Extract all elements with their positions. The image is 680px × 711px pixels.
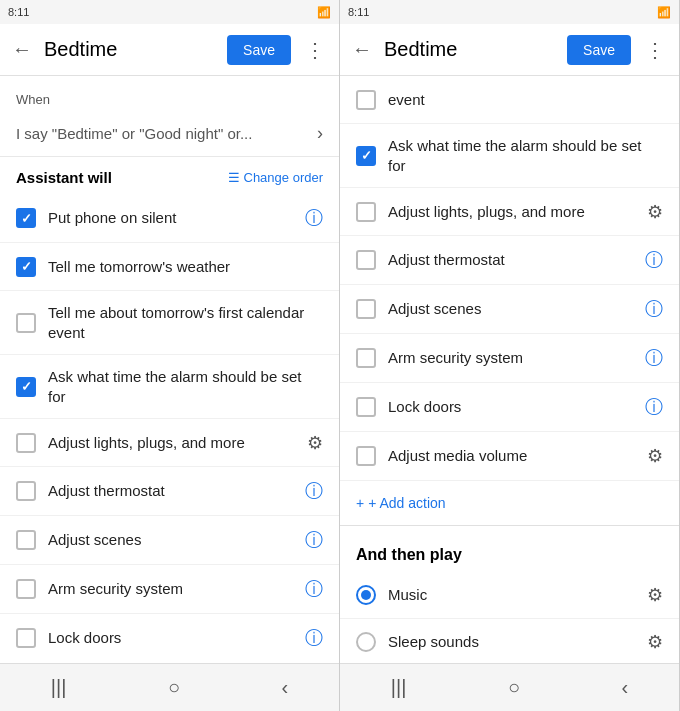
- left-screen: 8:11 📶 ← Bedtime Save ⋮ When I say "Bedt…: [0, 0, 340, 711]
- checkbox-arm-security-right[interactable]: [356, 348, 376, 368]
- item-event-right: event: [340, 76, 679, 124]
- label-tell-weather: Tell me tomorrow's weather: [48, 257, 323, 277]
- gear-icon-adjust-lights-right[interactable]: ⚙: [647, 201, 663, 223]
- plus-icon: +: [356, 495, 364, 511]
- back-button-left[interactable]: ←: [8, 34, 36, 65]
- checkbox-lock-doors[interactable]: [16, 628, 36, 648]
- content-right: event Ask what time the alarm should be …: [340, 76, 679, 663]
- info-icon-adjust-thermostat-right[interactable]: ⓘ: [645, 248, 663, 272]
- radio-button-music[interactable]: [356, 585, 376, 605]
- radio-sleep-sounds: Sleep sounds ⚙: [340, 619, 679, 663]
- save-button-left[interactable]: Save: [227, 35, 291, 65]
- item-adjust-media-right: Adjust media volume ⚙: [340, 432, 679, 480]
- label-adjust-scenes-right: Adjust scenes: [388, 299, 633, 319]
- checkbox-put-phone-silent[interactable]: [16, 208, 36, 228]
- right-screen: 8:11 📶 ← Bedtime Save ⋮ event Ask what t…: [340, 0, 680, 711]
- status-bar-right: 8:11 📶: [340, 0, 679, 24]
- trigger-row[interactable]: I say "Bedtime" or "Good night" or... ›: [0, 111, 339, 157]
- add-action-button[interactable]: + + Add action: [340, 480, 679, 525]
- trigger-chevron-icon: ›: [317, 123, 323, 144]
- label-put-phone-silent: Put phone on silent: [48, 208, 293, 228]
- info-icon-arm-security-right[interactable]: ⓘ: [645, 346, 663, 370]
- nav-apps-icon-right[interactable]: |||: [375, 668, 423, 707]
- radio-music: Music ⚙: [340, 572, 679, 619]
- label-alarm-time: Ask what time the alarm should be set fo…: [48, 367, 323, 406]
- when-label: When: [0, 76, 339, 111]
- checkbox-adjust-thermostat-right[interactable]: [356, 250, 376, 270]
- item-adjust-thermostat: Adjust thermostat ⓘ: [0, 467, 339, 516]
- back-button-right[interactable]: ←: [348, 34, 376, 65]
- nav-back-icon[interactable]: ‹: [266, 668, 305, 707]
- item-arm-security-right: Arm security system ⓘ: [340, 334, 679, 383]
- gear-icon-adjust-lights[interactable]: ⚙: [307, 432, 323, 454]
- checkbox-adjust-lights[interactable]: [16, 433, 36, 453]
- checkbox-event-right[interactable]: [356, 90, 376, 110]
- more-button-left[interactable]: ⋮: [299, 34, 331, 66]
- info-icon-put-phone-silent[interactable]: ⓘ: [305, 206, 323, 230]
- info-icon-adjust-scenes-right[interactable]: ⓘ: [645, 297, 663, 321]
- info-icon-arm-security[interactable]: ⓘ: [305, 577, 323, 601]
- item-alarm-time-right: Ask what time the alarm should be set fo…: [340, 124, 679, 188]
- assistant-header: Assistant will ☰ Change order: [0, 157, 339, 194]
- nav-home-icon-right[interactable]: ○: [492, 668, 536, 707]
- label-adjust-lights: Adjust lights, plugs, and more: [48, 433, 295, 453]
- checkbox-arm-security[interactable]: [16, 579, 36, 599]
- info-icon-lock-doors-right[interactable]: ⓘ: [645, 395, 663, 419]
- nav-home-icon[interactable]: ○: [152, 668, 196, 707]
- checkbox-lock-doors-right[interactable]: [356, 397, 376, 417]
- status-time-right: 8:11: [348, 6, 369, 18]
- gear-icon-sleep-sounds[interactable]: ⚙: [647, 631, 663, 653]
- nav-apps-icon[interactable]: |||: [35, 668, 83, 707]
- more-button-right[interactable]: ⋮: [639, 34, 671, 66]
- title-left: Bedtime: [44, 38, 219, 61]
- save-button-right[interactable]: Save: [567, 35, 631, 65]
- checkbox-tell-weather[interactable]: [16, 257, 36, 277]
- label-calendar-event: Tell me about tomorrow's first calendar …: [48, 303, 323, 342]
- bottom-nav-right: ||| ○ ‹: [340, 663, 679, 711]
- checkbox-calendar-event[interactable]: [16, 313, 36, 333]
- label-sleep-sounds: Sleep sounds: [388, 632, 635, 652]
- title-right: Bedtime: [384, 38, 559, 61]
- gear-icon-music[interactable]: ⚙: [647, 584, 663, 606]
- checkbox-adjust-scenes-right[interactable]: [356, 299, 376, 319]
- item-adjust-scenes-right: Adjust scenes ⓘ: [340, 285, 679, 334]
- item-calendar-event: Tell me about tomorrow's first calendar …: [0, 291, 339, 355]
- label-lock-doors: Lock doors: [48, 628, 293, 648]
- checkbox-alarm-time-right[interactable]: [356, 146, 376, 166]
- radio-button-sleep-sounds[interactable]: [356, 632, 376, 652]
- checkbox-adjust-media-right[interactable]: [356, 446, 376, 466]
- checkbox-list-right: event Ask what time the alarm should be …: [340, 76, 679, 480]
- content-left: When I say "Bedtime" or "Good night" or.…: [0, 76, 339, 663]
- item-tell-weather: Tell me tomorrow's weather: [0, 243, 339, 291]
- label-arm-security: Arm security system: [48, 579, 293, 599]
- status-icons-left: 📶: [317, 6, 331, 19]
- bottom-nav-left: ||| ○ ‹: [0, 663, 339, 711]
- change-order-label: Change order: [244, 170, 324, 185]
- item-put-phone-silent: Put phone on silent ⓘ: [0, 194, 339, 243]
- nav-back-icon-right[interactable]: ‹: [606, 668, 645, 707]
- reorder-icon: ☰: [228, 170, 240, 185]
- change-order-button[interactable]: ☰ Change order: [228, 170, 324, 185]
- checkbox-adjust-thermostat[interactable]: [16, 481, 36, 501]
- info-icon-lock-doors[interactable]: ⓘ: [305, 626, 323, 650]
- checkbox-adjust-scenes[interactable]: [16, 530, 36, 550]
- checkbox-alarm-time[interactable]: [16, 377, 36, 397]
- header-left: ← Bedtime Save ⋮: [0, 24, 339, 76]
- info-icon-adjust-scenes[interactable]: ⓘ: [305, 528, 323, 552]
- add-action-label: + Add action: [368, 495, 445, 511]
- label-adjust-thermostat-right: Adjust thermostat: [388, 250, 633, 270]
- gear-icon-adjust-media-right[interactable]: ⚙: [647, 445, 663, 467]
- info-icon-adjust-thermostat[interactable]: ⓘ: [305, 479, 323, 503]
- item-adjust-lights: Adjust lights, plugs, and more ⚙: [0, 419, 339, 467]
- item-adjust-thermostat-right: Adjust thermostat ⓘ: [340, 236, 679, 285]
- label-arm-security-right: Arm security system: [388, 348, 633, 368]
- checkbox-list-left: Put phone on silent ⓘ Tell me tomorrow's…: [0, 194, 339, 662]
- label-adjust-lights-right: Adjust lights, plugs, and more: [388, 202, 635, 222]
- play-header: And then play: [340, 534, 679, 572]
- assistant-label: Assistant will: [16, 169, 228, 186]
- label-music: Music: [388, 585, 635, 605]
- checkbox-adjust-lights-right[interactable]: [356, 202, 376, 222]
- label-adjust-scenes: Adjust scenes: [48, 530, 293, 550]
- play-section: And then play Music ⚙ Sleep sounds ⚙ Not…: [340, 526, 679, 663]
- status-icons-right: 📶: [657, 6, 671, 19]
